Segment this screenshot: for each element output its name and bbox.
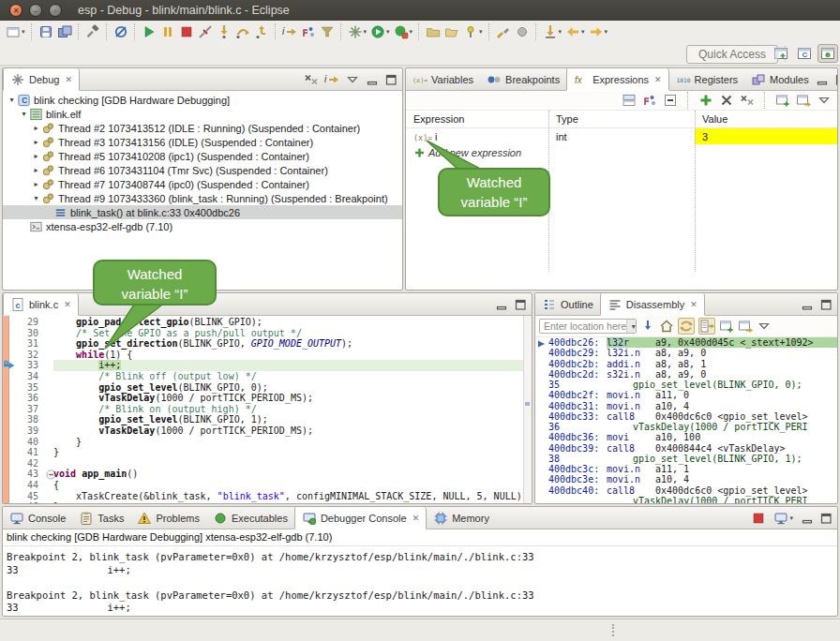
tab-breakpoints[interactable]: Breakpoints bbox=[480, 68, 566, 90]
line-number[interactable]: 44 bbox=[10, 480, 43, 491]
disasm-line[interactable]: 400dbc3e:movi.na10, 4 bbox=[535, 474, 837, 484]
tab-debugger-console[interactable]: Debugger Console✕ bbox=[294, 507, 427, 529]
combo-dropdown-icon[interactable]: ▼ bbox=[626, 320, 637, 333]
last-edit-location-button[interactable]: ▾ bbox=[541, 23, 564, 40]
maximize-icon[interactable] bbox=[384, 73, 398, 86]
code-line[interactable]: 32 while(1) { bbox=[3, 350, 524, 361]
collapsed-icon[interactable]: ▸ bbox=[31, 152, 41, 160]
show-type-names-icon[interactable] bbox=[622, 93, 637, 108]
line-number[interactable]: 32 bbox=[10, 350, 43, 361]
minimize-icon[interactable] bbox=[801, 512, 814, 525]
disasm-line[interactable]: 400dbc33:call80x400dc6c0 <gpio_set_level… bbox=[535, 411, 837, 422]
dropdown-arrow-icon[interactable]: ▾ bbox=[410, 28, 413, 36]
debug-perspective-button[interactable] bbox=[818, 44, 838, 63]
console-output[interactable]: Breakpoint 2, blink_task (pvParameter=0x… bbox=[3, 546, 837, 615]
tab-disassembly[interactable]: Disassembly✕ bbox=[600, 293, 705, 316]
debug-tree-row[interactable]: ▸Thread #5 1073410208 (ipc1) (Suspended … bbox=[3, 149, 402, 163]
tab-registers[interactable]: 1010Registers bbox=[669, 68, 744, 90]
tab-variables[interactable]: (x)=Variables bbox=[406, 68, 480, 90]
tab-debug[interactable]: Debug✕ bbox=[3, 68, 80, 91]
code-line[interactable]: 38 gpio_set_level(BLINK_GPIO, 1); bbox=[3, 414, 524, 425]
forward-button[interactable]: ▾ bbox=[587, 23, 610, 40]
debug-tree-row[interactable]: ▸Thread #7 1073408744 (ipc0) (Suspended … bbox=[3, 177, 402, 191]
show-logical-structure-button[interactable] bbox=[299, 23, 318, 40]
disasm-line[interactable]: 400dbc2b:addi.na8, a8, 1 bbox=[535, 359, 837, 369]
reset-to-pc-icon[interactable] bbox=[640, 319, 655, 334]
flash-target-button[interactable]: ▾ bbox=[461, 23, 485, 40]
step-into-button[interactable] bbox=[215, 23, 233, 40]
disasm-source-line[interactable]: 35gpio_set_level(BLINK_GPIO, 0); bbox=[535, 380, 837, 390]
statusbar-grip[interactable] bbox=[612, 624, 614, 636]
show-logical-structure-icon[interactable] bbox=[642, 93, 657, 108]
instruction-stepping-mode-icon[interactable]: i bbox=[324, 72, 339, 87]
step-over-button[interactable] bbox=[233, 23, 252, 40]
tab-blink-c[interactable]: cblink.c✕ bbox=[3, 293, 79, 316]
open-view-icon[interactable] bbox=[796, 93, 811, 108]
display-console-button[interactable]: ▾ bbox=[772, 510, 795, 527]
line-number[interactable]: 36 bbox=[10, 393, 43, 404]
tab-outline[interactable]: Outline bbox=[535, 293, 600, 315]
dropdown-arrow-icon[interactable]: ▾ bbox=[605, 28, 608, 36]
line-number[interactable]: 45 bbox=[10, 491, 43, 502]
maximize-icon[interactable] bbox=[514, 298, 527, 311]
open-project-button[interactable] bbox=[442, 23, 461, 40]
view-menu-icon[interactable] bbox=[817, 93, 832, 108]
code-line[interactable]: 33 i++; bbox=[3, 360, 524, 371]
view-menu-icon[interactable] bbox=[345, 72, 360, 87]
remove-expression-icon[interactable] bbox=[719, 93, 734, 108]
line-number[interactable]: 29 bbox=[10, 317, 43, 328]
collapsed-icon[interactable]: ▸ bbox=[31, 124, 41, 132]
show-source-icon[interactable] bbox=[698, 318, 715, 335]
cpp-perspective-button[interactable]: C bbox=[794, 44, 815, 63]
debug-tree-row[interactable]: xtensa-esp32-elf-gdb (7.10) bbox=[3, 219, 402, 233]
breakpoint-instruction-pointer-icon[interactable] bbox=[3, 360, 16, 371]
code-line[interactable]: 42 bbox=[3, 458, 524, 470]
dropdown-arrow-icon[interactable]: ▾ bbox=[364, 28, 368, 36]
line-number[interactable]: 31 bbox=[10, 338, 43, 350]
open-view-icon[interactable] bbox=[738, 319, 753, 334]
step-return-button[interactable] bbox=[252, 23, 271, 40]
column-type[interactable]: Type bbox=[548, 113, 695, 125]
tab-problems[interactable]: Problems bbox=[130, 507, 205, 529]
code-editor[interactable]: 29 gpio_pad_select_gpio(BLINK_GPIO);30 /… bbox=[3, 316, 532, 503]
terminate-button[interactable] bbox=[177, 23, 196, 40]
run-last-tool-button[interactable] bbox=[494, 23, 513, 40]
location-combo[interactable]: Enter location here ▼ bbox=[539, 319, 637, 334]
new-view-icon[interactable] bbox=[719, 319, 734, 334]
code-line[interactable]: 36 vTaskDelay(1000 / portTICK_PERIOD_MS)… bbox=[3, 393, 524, 404]
tab-close-icon[interactable]: ✕ bbox=[412, 514, 420, 523]
column-divider[interactable] bbox=[695, 111, 696, 272]
tab-close-icon[interactable]: ✕ bbox=[65, 75, 72, 84]
minimize-icon[interactable] bbox=[816, 73, 829, 86]
code-line[interactable]: 41} bbox=[3, 447, 524, 458]
line-number[interactable]: 34 bbox=[10, 371, 43, 382]
line-number[interactable]: 46 bbox=[10, 501, 43, 503]
tab-close-icon[interactable]: ✕ bbox=[654, 75, 662, 84]
line-number[interactable]: 43 bbox=[10, 469, 43, 480]
save-all-button[interactable] bbox=[55, 23, 74, 40]
terminate-icon[interactable] bbox=[751, 511, 766, 526]
code-line[interactable]: 31 gpio_set_direction(BLINK_GPIO, GPIO_M… bbox=[3, 338, 524, 350]
line-number[interactable]: 42 bbox=[10, 458, 43, 470]
collapsed-icon[interactable]: ▸ bbox=[31, 180, 41, 188]
code-line[interactable]: 37 /* Blink on (output high) */ bbox=[3, 404, 524, 415]
tab-executables[interactable]: Executables bbox=[206, 507, 294, 529]
new-project-button[interactable] bbox=[424, 23, 442, 40]
line-number[interactable]: 40 bbox=[10, 437, 43, 448]
disasm-source-line[interactable]: vTaskDelay(1000 / portTICK PERI bbox=[535, 496, 837, 503]
maximize-icon[interactable] bbox=[819, 512, 832, 525]
debug-tree-row[interactable]: ▸Thread #2 1073413512 (IDLE : Running) (… bbox=[3, 121, 402, 135]
line-number[interactable]: 37 bbox=[10, 404, 43, 415]
external-tools-button[interactable]: ▾ bbox=[392, 23, 415, 40]
debug-tree-row[interactable]: ▸Thread #3 1073413156 (IDLE) (Suspended … bbox=[3, 135, 402, 149]
minimize-icon[interactable] bbox=[801, 298, 814, 311]
column-expression[interactable]: Expression bbox=[406, 113, 548, 125]
resume-button[interactable] bbox=[140, 23, 158, 40]
expanded-icon[interactable]: ▾ bbox=[7, 96, 17, 104]
code-line[interactable]: 43void app_main() bbox=[3, 469, 524, 480]
window-close-button[interactable]: ✕ bbox=[9, 4, 22, 17]
code-line[interactable]: 29 gpio_pad_select_gpio(BLINK_GPIO); bbox=[3, 317, 524, 328]
collapsed-icon[interactable]: ▸ bbox=[31, 166, 41, 174]
window-maximize-button[interactable]: ▫ bbox=[49, 4, 62, 17]
maximize-icon[interactable] bbox=[834, 73, 838, 86]
